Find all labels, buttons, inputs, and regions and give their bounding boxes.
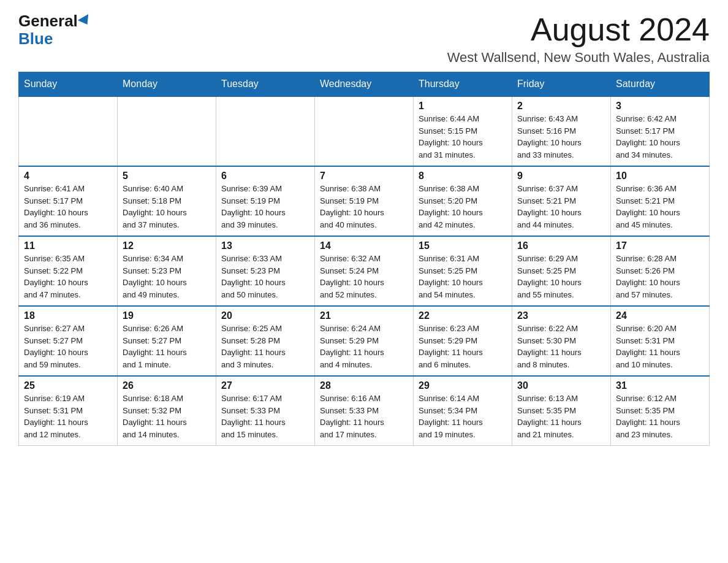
calendar-cell: 12Sunrise: 6:34 AMSunset: 5:23 PMDayligh… xyxy=(118,236,216,306)
calendar-header-sunday: Sunday xyxy=(19,72,118,97)
logo-arrow-icon xyxy=(78,14,93,28)
day-number: 5 xyxy=(123,170,211,182)
calendar-cell: 20Sunrise: 6:25 AMSunset: 5:28 PMDayligh… xyxy=(216,306,315,376)
day-number: 6 xyxy=(221,170,309,182)
day-number: 3 xyxy=(616,101,704,112)
day-number: 23 xyxy=(517,310,605,321)
title-area: August 2024 West Wallsend, New South Wal… xyxy=(447,12,710,66)
day-number: 10 xyxy=(616,170,704,182)
calendar-cell: 15Sunrise: 6:31 AMSunset: 5:25 PMDayligh… xyxy=(414,236,512,306)
day-info: Sunrise: 6:36 AMSunset: 5:21 PMDaylight:… xyxy=(616,183,704,231)
calendar-cell xyxy=(315,96,414,166)
calendar-header-saturday: Saturday xyxy=(611,72,710,97)
calendar-cell: 2Sunrise: 6:43 AMSunset: 5:16 PMDaylight… xyxy=(512,96,611,166)
calendar-cell: 3Sunrise: 6:42 AMSunset: 5:17 PMDaylight… xyxy=(611,96,710,166)
day-number: 26 xyxy=(123,380,211,391)
day-number: 18 xyxy=(24,310,112,321)
day-info: Sunrise: 6:38 AMSunset: 5:20 PMDaylight:… xyxy=(419,183,507,231)
calendar-header-thursday: Thursday xyxy=(414,72,512,97)
calendar-cell: 6Sunrise: 6:39 AMSunset: 5:19 PMDaylight… xyxy=(216,166,315,236)
day-info: Sunrise: 6:34 AMSunset: 5:23 PMDaylight:… xyxy=(123,253,211,301)
day-info: Sunrise: 6:22 AMSunset: 5:30 PMDaylight:… xyxy=(517,323,605,370)
day-info: Sunrise: 6:28 AMSunset: 5:26 PMDaylight:… xyxy=(616,253,704,301)
calendar-cell xyxy=(216,96,315,166)
day-info: Sunrise: 6:12 AMSunset: 5:35 PMDaylight:… xyxy=(616,393,704,440)
calendar-header-wednesday: Wednesday xyxy=(315,72,414,97)
calendar-cell: 14Sunrise: 6:32 AMSunset: 5:24 PMDayligh… xyxy=(315,236,414,306)
day-info: Sunrise: 6:31 AMSunset: 5:25 PMDaylight:… xyxy=(419,253,507,301)
calendar-cell: 31Sunrise: 6:12 AMSunset: 5:35 PMDayligh… xyxy=(611,376,710,446)
calendar-cell xyxy=(19,96,118,166)
day-number: 15 xyxy=(419,240,507,251)
calendar-cell: 17Sunrise: 6:28 AMSunset: 5:26 PMDayligh… xyxy=(611,236,710,306)
day-number: 30 xyxy=(517,380,605,391)
calendar-cell: 13Sunrise: 6:33 AMSunset: 5:23 PMDayligh… xyxy=(216,236,315,306)
calendar-cell: 22Sunrise: 6:23 AMSunset: 5:29 PMDayligh… xyxy=(414,306,512,376)
calendar-header-row: SundayMondayTuesdayWednesdayThursdayFrid… xyxy=(19,72,710,97)
day-number: 2 xyxy=(517,101,605,112)
calendar-cell: 8Sunrise: 6:38 AMSunset: 5:20 PMDaylight… xyxy=(414,166,512,236)
calendar-week-2: 4Sunrise: 6:41 AMSunset: 5:17 PMDaylight… xyxy=(19,166,710,236)
day-number: 19 xyxy=(123,310,211,321)
day-info: Sunrise: 6:27 AMSunset: 5:27 PMDaylight:… xyxy=(24,323,112,370)
day-info: Sunrise: 6:25 AMSunset: 5:28 PMDaylight:… xyxy=(221,323,309,370)
day-info: Sunrise: 6:39 AMSunset: 5:19 PMDaylight:… xyxy=(221,183,309,231)
day-info: Sunrise: 6:35 AMSunset: 5:22 PMDaylight:… xyxy=(24,253,112,301)
calendar-cell: 28Sunrise: 6:16 AMSunset: 5:33 PMDayligh… xyxy=(315,376,414,446)
logo: General Blue xyxy=(18,12,91,47)
calendar-table: SundayMondayTuesdayWednesdayThursdayFrid… xyxy=(18,72,710,446)
day-info: Sunrise: 6:42 AMSunset: 5:17 PMDaylight:… xyxy=(616,113,704,161)
calendar-week-3: 11Sunrise: 6:35 AMSunset: 5:22 PMDayligh… xyxy=(19,236,710,306)
calendar-week-4: 18Sunrise: 6:27 AMSunset: 5:27 PMDayligh… xyxy=(19,306,710,376)
day-number: 27 xyxy=(221,380,309,391)
day-number: 13 xyxy=(221,240,309,251)
day-number: 29 xyxy=(419,380,507,391)
calendar-header-tuesday: Tuesday xyxy=(216,72,315,97)
day-number: 21 xyxy=(320,310,408,321)
day-number: 22 xyxy=(419,310,507,321)
day-info: Sunrise: 6:26 AMSunset: 5:27 PMDaylight:… xyxy=(123,323,211,370)
day-info: Sunrise: 6:14 AMSunset: 5:34 PMDaylight:… xyxy=(419,393,507,440)
day-number: 28 xyxy=(320,380,408,391)
logo-general-text: General xyxy=(18,12,78,30)
day-number: 25 xyxy=(24,380,112,391)
calendar-body: 1Sunrise: 6:44 AMSunset: 5:15 PMDaylight… xyxy=(19,96,710,446)
day-number: 24 xyxy=(616,310,704,321)
day-number: 14 xyxy=(320,240,408,251)
day-info: Sunrise: 6:32 AMSunset: 5:24 PMDaylight:… xyxy=(320,253,408,301)
calendar-cell xyxy=(118,96,216,166)
calendar-cell: 5Sunrise: 6:40 AMSunset: 5:18 PMDaylight… xyxy=(118,166,216,236)
day-info: Sunrise: 6:41 AMSunset: 5:17 PMDaylight:… xyxy=(24,183,112,231)
day-number: 16 xyxy=(517,240,605,251)
calendar-cell: 24Sunrise: 6:20 AMSunset: 5:31 PMDayligh… xyxy=(611,306,710,376)
day-number: 1 xyxy=(419,101,507,112)
logo-blue-text: Blue xyxy=(18,30,53,48)
calendar-header-friday: Friday xyxy=(512,72,611,97)
location-title: West Wallsend, New South Wales, Australi… xyxy=(447,50,710,66)
day-number: 8 xyxy=(419,170,507,182)
calendar-cell: 10Sunrise: 6:36 AMSunset: 5:21 PMDayligh… xyxy=(611,166,710,236)
day-number: 4 xyxy=(24,170,112,182)
day-info: Sunrise: 6:18 AMSunset: 5:32 PMDaylight:… xyxy=(123,393,211,440)
day-number: 31 xyxy=(616,380,704,391)
day-number: 12 xyxy=(123,240,211,251)
calendar-cell: 26Sunrise: 6:18 AMSunset: 5:32 PMDayligh… xyxy=(118,376,216,446)
day-info: Sunrise: 6:24 AMSunset: 5:29 PMDaylight:… xyxy=(320,323,408,370)
calendar-cell: 30Sunrise: 6:13 AMSunset: 5:35 PMDayligh… xyxy=(512,376,611,446)
month-title: August 2024 xyxy=(447,12,710,47)
day-info: Sunrise: 6:13 AMSunset: 5:35 PMDaylight:… xyxy=(517,393,605,440)
day-info: Sunrise: 6:17 AMSunset: 5:33 PMDaylight:… xyxy=(221,393,309,440)
calendar-cell: 7Sunrise: 6:38 AMSunset: 5:19 PMDaylight… xyxy=(315,166,414,236)
day-number: 17 xyxy=(616,240,704,251)
day-info: Sunrise: 6:20 AMSunset: 5:31 PMDaylight:… xyxy=(616,323,704,370)
calendar-cell: 27Sunrise: 6:17 AMSunset: 5:33 PMDayligh… xyxy=(216,376,315,446)
day-info: Sunrise: 6:43 AMSunset: 5:16 PMDaylight:… xyxy=(517,113,605,161)
calendar-week-5: 25Sunrise: 6:19 AMSunset: 5:31 PMDayligh… xyxy=(19,376,710,446)
calendar-header-monday: Monday xyxy=(118,72,216,97)
day-info: Sunrise: 6:29 AMSunset: 5:25 PMDaylight:… xyxy=(517,253,605,301)
day-number: 11 xyxy=(24,240,112,251)
day-info: Sunrise: 6:33 AMSunset: 5:23 PMDaylight:… xyxy=(221,253,309,301)
day-number: 20 xyxy=(221,310,309,321)
calendar-cell: 21Sunrise: 6:24 AMSunset: 5:29 PMDayligh… xyxy=(315,306,414,376)
calendar-cell: 16Sunrise: 6:29 AMSunset: 5:25 PMDayligh… xyxy=(512,236,611,306)
